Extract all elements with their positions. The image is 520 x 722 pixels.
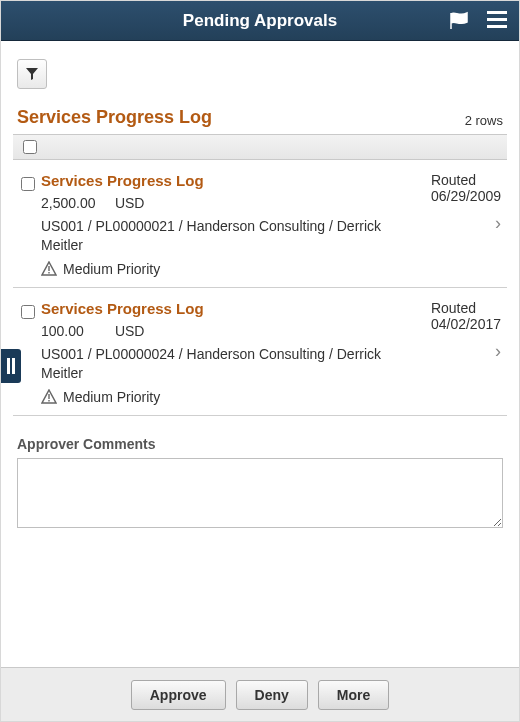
flag-icon[interactable] xyxy=(449,11,471,36)
hamburger-menu-icon[interactable] xyxy=(487,11,507,28)
select-all-checkbox[interactable] xyxy=(23,140,37,154)
approver-comments-textarea[interactable] xyxy=(17,458,503,528)
funnel-icon xyxy=(25,67,39,81)
approve-button[interactable]: Approve xyxy=(131,680,226,710)
filter-button[interactable] xyxy=(17,59,47,89)
svg-rect-0 xyxy=(48,266,49,271)
item-path: US001 / PL00000024 / Handerson Consultin… xyxy=(41,345,413,383)
item-status: Routed xyxy=(431,300,501,316)
section-title: Services Progress Log xyxy=(17,107,212,128)
svg-rect-1 xyxy=(48,272,49,274)
approval-item[interactable]: Services Progress Log 100.00 USD US001 /… xyxy=(13,288,507,416)
more-button[interactable]: More xyxy=(318,680,389,710)
item-status-col: Routed 04/02/2017 xyxy=(431,300,501,332)
chevron-right-icon: › xyxy=(495,213,501,234)
chevron-right-icon: › xyxy=(495,341,501,362)
select-all-bar xyxy=(13,134,507,160)
page-title: Pending Approvals xyxy=(183,11,337,31)
app-header: Pending Approvals xyxy=(1,1,519,41)
item-checkbox[interactable] xyxy=(21,177,35,191)
item-title-link[interactable]: Services Progress Log xyxy=(41,300,204,317)
deny-button[interactable]: Deny xyxy=(236,680,308,710)
item-priority: Medium Priority xyxy=(41,261,413,277)
approval-item[interactable]: Services Progress Log 2,500.00 USD US001… xyxy=(13,160,507,288)
footer-toolbar: Approve Deny More xyxy=(1,667,519,721)
section-header: Services Progress Log 2 rows xyxy=(13,107,507,134)
warning-icon xyxy=(41,389,57,405)
item-date: 04/02/2017 xyxy=(431,316,501,332)
content-area: Services Progress Log 2 rows Services Pr… xyxy=(1,41,519,667)
warning-icon xyxy=(41,261,57,277)
row-count: 2 rows xyxy=(465,113,503,128)
item-status-col: Routed 06/29/2009 xyxy=(431,172,501,204)
item-title-link[interactable]: Services Progress Log xyxy=(41,172,204,189)
svg-rect-3 xyxy=(48,400,49,402)
item-path: US001 / PL00000021 / Handerson Consultin… xyxy=(41,217,413,255)
item-amount: 2,500.00 USD xyxy=(41,195,413,211)
svg-rect-2 xyxy=(48,394,49,399)
comments-label: Approver Comments xyxy=(17,436,503,452)
item-date: 06/29/2009 xyxy=(431,188,501,204)
item-status: Routed xyxy=(431,172,501,188)
item-amount: 100.00 USD xyxy=(41,323,413,339)
item-priority: Medium Priority xyxy=(41,389,413,405)
item-checkbox[interactable] xyxy=(21,305,35,319)
